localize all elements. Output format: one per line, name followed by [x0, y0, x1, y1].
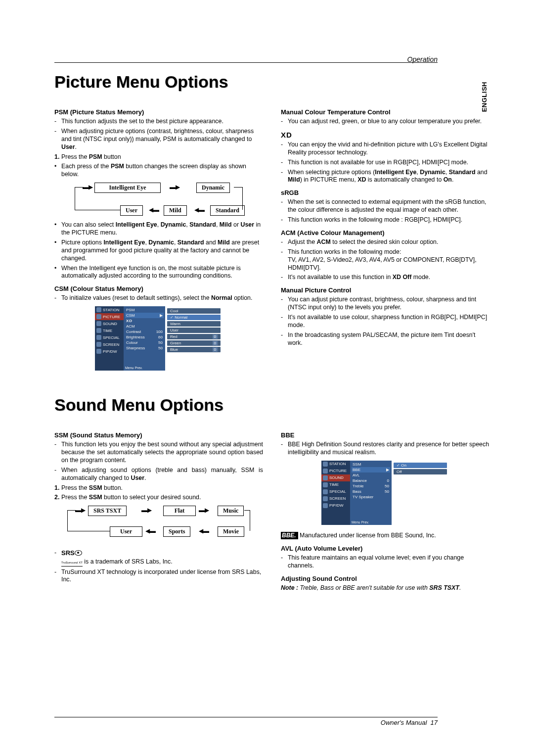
flow-line — [67, 510, 68, 531]
xd-logo: XD — [281, 131, 490, 139]
avl-heading: AVL (Auto Volume Leveler) — [281, 545, 490, 552]
psm-note-3: •When the Intelligent eye function is on… — [54, 265, 263, 281]
xd-b1: -You can enjoy the vivid and hi-definiti… — [281, 141, 490, 157]
adj-note: Note : Treble, Bass or BBE aren't suitab… — [281, 584, 490, 592]
osd-mid-items: SSM BBE▶ AVL Balance0 Treble50 Bass50 TV… — [350, 461, 392, 525]
osd-left-tabs: STATION PICTURE SOUND TIME SPECIAL SCREE… — [95, 306, 124, 371]
flow-standard: Standard — [210, 205, 245, 216]
title-picture-menu: Picture Menu Options — [54, 72, 490, 92]
picture-col-left: PSM (Picture Status Memory) -This functi… — [54, 103, 263, 378]
sound-col-left: SSM (Sound Status Memory) -This function… — [54, 426, 263, 594]
osd-mid-items: PSM CSM▶ XD ACM Contrast100 Brightness60… — [124, 306, 165, 371]
flow-user: User — [120, 205, 143, 216]
flow-line — [75, 187, 84, 188]
flow-flat: Flat — [163, 506, 196, 516]
psm-flow-diagram: Intelligent Eye Dynamic Standard Mild Us… — [75, 182, 243, 218]
ssm-b2: -When adjusting sound options (treble an… — [54, 467, 263, 482]
avl-b1: -This feature maintains an equal volume … — [281, 554, 490, 570]
flow-mild: Mild — [164, 205, 187, 216]
srs-license: -TruSurround XT technology is incorporat… — [54, 568, 263, 584]
ssm-heading: SSM (Sound Status Memory) — [54, 431, 263, 439]
manual-page: Operation ENGLISH Picture Menu Options P… — [0, 0, 534, 756]
flow-sports: Sports — [163, 526, 190, 537]
arrow-icon: ▬▶ — [170, 184, 180, 190]
arrow-icon: ▬▶ — [141, 507, 152, 514]
arrow-icon: ▬▶ — [199, 507, 209, 514]
title-sound-menu: Sound Menu Options — [54, 395, 490, 415]
osd-sound-menu: STATION PICTURE SOUND TIME SPECIAL SCREE… — [281, 461, 490, 525]
mpc-b3: -In the broadcasting system PAL/SECAM, t… — [281, 331, 490, 347]
psm-bullet-2: -When adjusting picture options (contras… — [54, 128, 263, 151]
flow-dynamic: Dynamic — [196, 183, 230, 193]
srgb-b1: -When the set is connected to external e… — [281, 198, 490, 214]
acm-b2: -This function works in the following mo… — [281, 248, 490, 272]
arrow-icon: ◀▬ — [145, 527, 156, 534]
srgb-b2: -This function works in the following mo… — [281, 216, 490, 224]
flow-intelligent-eye: Intelligent Eye — [94, 183, 161, 193]
flow-line — [67, 510, 76, 511]
bbe-logo-icon: BBE. — [281, 532, 298, 539]
csm-heading: CSM (Colour Status Memory) — [54, 285, 263, 292]
mcol-b1: -You can adjust red, green, or blue to a… — [281, 118, 490, 126]
mpc-b1: -You can adjust picture contrast, bright… — [281, 296, 490, 312]
acm-b1: -Adjust the ACM to select the desired sk… — [281, 238, 490, 246]
ssm-step-2: 2.Press the SSM button to select your de… — [54, 494, 263, 502]
mcol-heading: Manual Colour Temperature Control — [281, 108, 490, 116]
picture-columns: PSM (Picture Status Memory) -This functi… — [54, 103, 490, 378]
ssm-step-1: 1.Press the SSM button. — [54, 484, 263, 492]
bbe-license: BBE. Manufactured under license from BBE… — [281, 532, 490, 540]
psm-heading: PSM (Picture Status Memory) — [54, 108, 263, 116]
ssm-b1: -This function lets you enjoy the best s… — [54, 441, 263, 465]
acm-b3: -It's not available to use this function… — [281, 274, 490, 282]
xd-b2: -This function is not available for use … — [281, 159, 490, 167]
page-footer: Owner's Manual 17 — [381, 719, 438, 726]
flow-line — [242, 187, 243, 210]
flow-line — [75, 210, 120, 210]
osd-right-options: ✓ On Off — [392, 461, 449, 525]
arrow-icon: ◀▬ — [149, 206, 159, 213]
bbe-heading: BBE — [281, 431, 490, 439]
flow-movie: Movie — [218, 526, 244, 537]
mpc-b2: -It's not available to use colour, sharp… — [281, 314, 490, 330]
flow-music: Music — [218, 506, 244, 516]
psm-step-2: •Each press of the PSM button changes th… — [54, 163, 263, 179]
flow-line — [250, 510, 250, 531]
arrow-icon: ▬▶ — [83, 184, 93, 190]
bbe-b1: -BBE High Definition Sound restores clar… — [281, 441, 490, 457]
psm-bullet-1: -This function adjusts the set to the be… — [54, 118, 263, 126]
picture-col-right: Manual Colour Temperature Control -You c… — [281, 103, 490, 378]
language-tag: ENGLISH — [481, 82, 488, 112]
osd-right-options: Cool ✓ Normal Warm User Red0 Green0 Blue… — [165, 306, 222, 371]
arrow-icon: ◀▬ — [194, 206, 205, 213]
psm-note-1: •You can also select Intelligent Eye, Dy… — [54, 221, 263, 237]
sound-columns: SSM (Sound Status Memory) -This function… — [54, 426, 490, 594]
sound-col-right: BBE -BBE High Definition Sound restores … — [281, 426, 490, 594]
flow-line — [67, 531, 110, 531]
csm-bullet-1: -To initialize values (reset to default … — [54, 294, 263, 302]
flow-line — [234, 187, 243, 188]
acm-heading: ACM (Active Colour Management) — [281, 229, 490, 236]
psm-note-2: •Picture options Intelligent Eye, Dynami… — [54, 239, 263, 263]
psm-step-1: 1.Press the PSM button — [54, 153, 263, 161]
arrow-icon: ▬▶ — [75, 507, 86, 514]
osd-picture-menu: STATION PICTURE SOUND TIME SPECIAL SCREE… — [54, 306, 263, 371]
divider-top — [54, 62, 438, 63]
flow-line — [75, 187, 75, 210]
arrow-icon: ◀▬ — [199, 527, 209, 534]
flow-srs: SRS TSXT — [88, 506, 127, 516]
flow-user: User — [110, 526, 142, 537]
osd-left-tabs: STATION PICTURE SOUND TIME SPECIAL SCREE… — [321, 461, 350, 525]
xd-b3: -When selecting picture options (Intelli… — [281, 169, 490, 185]
srs-logo-icon: SRSTruSurround XT — [61, 549, 83, 566]
srs-trademark: -SRSTruSurround XT is a trademark of SRS… — [54, 549, 263, 566]
ssm-flow-diagram: SRS TSXT Flat Music Movie Sports User ▬▶… — [67, 505, 250, 540]
divider-bottom — [54, 717, 438, 717]
mpc-heading: Manual Picture Control — [281, 286, 490, 294]
adj-heading: Adjusting Sound Control — [281, 575, 490, 582]
srgb-heading: sRGB — [281, 189, 490, 196]
